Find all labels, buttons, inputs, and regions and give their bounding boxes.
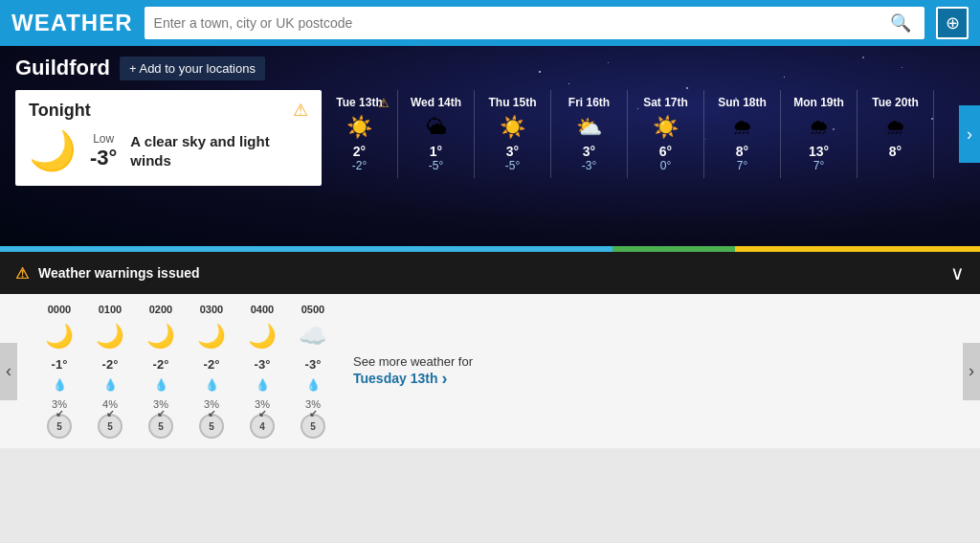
forecast-high-temp: 6° bbox=[659, 144, 672, 159]
header: WEATHER 🔍 ⊕ bbox=[0, 0, 980, 46]
add-to-locations-button[interactable]: + Add to your locations bbox=[120, 57, 265, 80]
forecast-day-temps: 13°7° bbox=[809, 144, 829, 172]
wind-speed: 5 bbox=[209, 421, 214, 432]
hourly-column-0: 0000🌙-1°💧3%↙5 bbox=[34, 304, 84, 439]
forecast-day-2[interactable]: Thu 15th☀️3°-5° bbox=[475, 90, 551, 178]
wind-arrow-icon: ↙ bbox=[258, 408, 266, 419]
hourly-columns: 0000🌙-1°💧3%↙50100🌙-2°💧4%↙50200🌙-2°💧3%↙50… bbox=[15, 304, 338, 439]
forecast-high-temp: 3° bbox=[506, 144, 519, 159]
tonight-temp-column: Low -3° bbox=[90, 132, 117, 170]
search-input[interactable] bbox=[154, 15, 886, 31]
hour-temperature: -2° bbox=[204, 357, 220, 372]
forecast-day-7[interactable]: Tue 20th🌧8° bbox=[858, 90, 934, 178]
hour-icon: 🌙 bbox=[146, 319, 175, 353]
hourly-column-2: 0200🌙-2°💧3%↙5 bbox=[136, 304, 186, 439]
hourly-column-1: 0100🌙-2°💧4%↙5 bbox=[85, 304, 135, 439]
forecast-day-icon: ☀️ bbox=[653, 115, 679, 140]
forecast-day-name: Sat 17th bbox=[643, 96, 688, 109]
tonight-description: A clear sky and light winds bbox=[130, 132, 308, 170]
forecast-high-temp: 13° bbox=[809, 144, 829, 159]
wind-speed: 4 bbox=[259, 421, 265, 432]
hour-temperature: -1° bbox=[52, 357, 68, 372]
location-bar: Guildford + Add to your locations Tonigh… bbox=[0, 46, 980, 252]
tonight-warning-icon: ⚠ bbox=[293, 100, 308, 121]
forecast-day-icon: ⛅ bbox=[576, 115, 602, 140]
forecast-day-temps: 8° bbox=[889, 144, 902, 159]
hour-precip-icon: 💧 bbox=[306, 375, 321, 395]
hour-wind: ↙4 bbox=[250, 414, 275, 439]
hour-icon: ☁️ bbox=[299, 319, 327, 353]
warnings-text: Weather warnings issued bbox=[38, 265, 200, 281]
hour-temperature: -3° bbox=[305, 357, 322, 372]
logo: WEATHER bbox=[11, 10, 133, 36]
warnings-bar[interactable]: ⚠ Weather warnings issued ∨ bbox=[0, 252, 980, 294]
warnings-triangle-icon: ⚠ bbox=[15, 264, 29, 283]
forecast-day-warning-icon: ⚠ bbox=[378, 96, 390, 110]
forecast-day-5[interactable]: Sun 18th🌧8°7° bbox=[704, 90, 781, 178]
hour-label: 0300 bbox=[200, 304, 223, 315]
hour-temperature: -2° bbox=[153, 357, 169, 372]
forecast-day-temps: 1°-5° bbox=[429, 144, 443, 172]
location-top-bar: Guildford + Add to your locations bbox=[0, 46, 980, 90]
see-more-text: See more weather for bbox=[353, 354, 476, 369]
forecast-high-temp: 8° bbox=[889, 144, 902, 159]
tonight-temperature: -3° bbox=[90, 146, 117, 170]
forecast-day-icon: 🌧 bbox=[885, 115, 906, 140]
hourly-column-4: 0400🌙-3°💧3%↙4 bbox=[237, 304, 287, 439]
forecast-day-name: Sun 18th bbox=[718, 96, 767, 109]
hour-precip-icon: 💧 bbox=[256, 375, 270, 395]
search-button[interactable]: 🔍 bbox=[886, 12, 915, 34]
forecast-low-temp: 7° bbox=[813, 159, 824, 172]
hour-label: 0200 bbox=[149, 304, 172, 315]
wind-speed: 5 bbox=[107, 421, 113, 432]
forecast-day-icon: ☀️ bbox=[500, 115, 525, 140]
tonight-title: Tonight bbox=[29, 101, 91, 121]
forecast-day-icon: 🌧 bbox=[732, 115, 753, 140]
see-more-box: See more weather for Tuesday 13th bbox=[338, 304, 491, 439]
forecast-day-name: Wed 14th bbox=[411, 96, 461, 109]
forecast-low-temp: -5° bbox=[505, 159, 520, 172]
forecast-day-1[interactable]: Wed 14th🌥1°-5° bbox=[398, 90, 475, 178]
forecast-day-0[interactable]: ⚠Tue 13th☀️2°-2° bbox=[322, 90, 398, 178]
hour-label: 0000 bbox=[48, 304, 71, 315]
hour-precip-icon: 💧 bbox=[53, 375, 67, 395]
forecast-day-temps: 2°-2° bbox=[352, 144, 367, 172]
hour-icon: 🌙 bbox=[248, 319, 277, 353]
forecast-low-temp: -5° bbox=[429, 159, 443, 172]
forecast-day-name: Thu 15th bbox=[489, 96, 537, 109]
hour-icon: 🌙 bbox=[45, 319, 74, 353]
forecast-day-icon: 🌧 bbox=[809, 115, 830, 140]
forecast-day-3[interactable]: Fri 16th⛅3°-3° bbox=[551, 90, 628, 178]
warnings-chevron-icon: ∨ bbox=[950, 261, 965, 284]
forecast-day-temps: 6°0° bbox=[659, 144, 672, 172]
wind-speed: 5 bbox=[310, 421, 316, 432]
tonight-weather-icon: 🌙 bbox=[29, 128, 77, 173]
wind-arrow-icon: ↙ bbox=[56, 408, 63, 419]
weather-content: Tonight ⚠ 🌙 Low -3° A clear sky and ligh… bbox=[0, 90, 980, 252]
wind-speed: 5 bbox=[158, 421, 164, 432]
hour-temperature: -2° bbox=[102, 357, 119, 372]
forecast-low-temp: -3° bbox=[582, 159, 596, 172]
hour-temperature: -3° bbox=[255, 357, 271, 372]
forecast-day-name: Mon 19th bbox=[793, 96, 844, 109]
tonight-panel: Tonight ⚠ 🌙 Low -3° A clear sky and ligh… bbox=[15, 90, 322, 186]
forecast-next-button[interactable]: › bbox=[959, 105, 980, 163]
see-more-link[interactable]: Tuesday 13th bbox=[353, 369, 476, 389]
forecast-day-temps: 8°7° bbox=[736, 144, 748, 172]
hourly-section: ‹ 0000🌙-1°💧3%↙50100🌙-2°💧4%↙50200🌙-2°💧3%↙… bbox=[0, 294, 980, 448]
city-name: Guildford bbox=[15, 56, 110, 80]
forecast-strip: ⚠Tue 13th☀️2°-2°Wed 14th🌥1°-5°Thu 15th☀️… bbox=[322, 90, 980, 178]
forecast-low-temp: 0° bbox=[660, 159, 671, 172]
hourly-column-5: 0500☁️-3°💧3%↙5 bbox=[288, 304, 338, 439]
forecast-day-name: Tue 13th bbox=[336, 96, 382, 109]
forecast-day-name: Fri 16th bbox=[568, 96, 610, 109]
hourly-prev-button[interactable]: ‹ bbox=[0, 343, 17, 400]
forecast-day-4[interactable]: Sat 17th☀️6°0° bbox=[628, 90, 704, 178]
hourly-next-button[interactable]: › bbox=[963, 343, 980, 400]
add-location-header-button[interactable]: ⊕ bbox=[936, 7, 969, 39]
wind-arrow-icon: ↙ bbox=[106, 408, 114, 419]
forecast-day-6[interactable]: Mon 19th🌧13°7° bbox=[781, 90, 858, 178]
hour-label: 0400 bbox=[251, 304, 274, 315]
hour-wind: ↙5 bbox=[301, 414, 325, 439]
hour-wind: ↙5 bbox=[98, 414, 122, 439]
